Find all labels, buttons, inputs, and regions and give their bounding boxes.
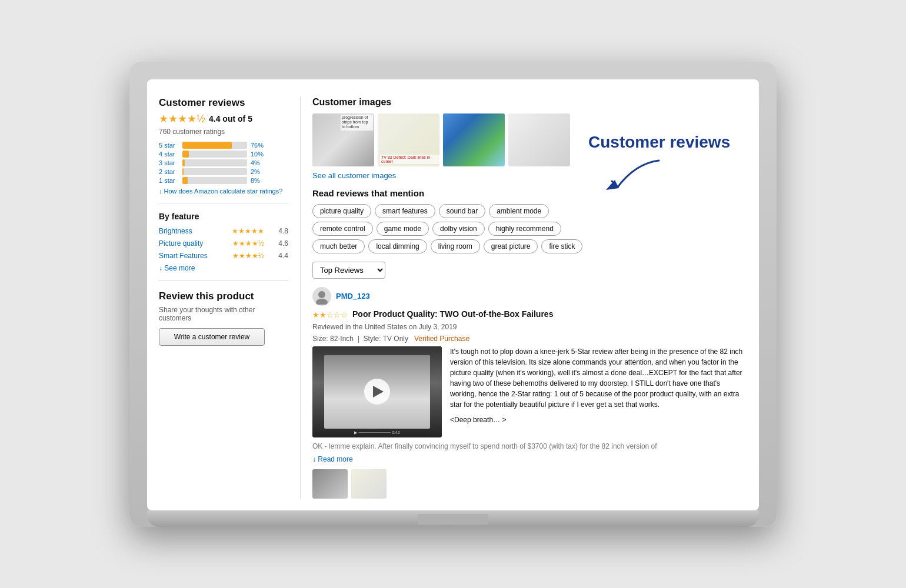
tags-row-3: much better local dimming living room gr… [312,239,747,253]
total-ratings: 760 customer ratings [159,128,288,136]
image-overlay-1: progression of strips from top to bottom [341,115,373,131]
review-deep-breath: <Deep breath… > [450,415,747,425]
feature-score-brightness: 4.8 [278,227,288,235]
feature-name-smart[interactable]: Smart Features [159,252,218,260]
feature-brightness: Brightness ★★★★★ 4.8 [159,227,288,235]
svg-point-1 [316,299,328,305]
bar-row-5: 5 star 76% [159,142,288,149]
feature-score-picture: 4.6 [278,239,288,248]
reviewer-row: PMD_123 [312,287,747,306]
customer-image-2[interactable]: TV 82 Defect: Dark lines in corner [378,113,439,166]
bar-fill-4 [182,151,189,158]
review-this-title: Review this product [159,290,288,302]
bar-pct-3[interactable]: 4% [251,159,260,166]
bar-track-1 [182,177,247,184]
sort-select[interactable]: Top Reviews Most Recent Top Critical [312,262,385,279]
laptop-frame: Customer reviews ★★★★½ 4.4 out of 5 760 … [129,62,777,527]
bar-fill-1 [182,177,188,184]
overall-rating: 4.4 out of 5 [209,114,252,123]
customer-images-title: Customer images [312,97,747,108]
right-panel: Customer images progression of strips fr… [300,97,747,499]
tag-picture-quality[interactable]: picture quality [312,204,371,218]
customer-image-3[interactable] [443,113,505,166]
bar-pct-2[interactable]: 2% [251,168,260,175]
bar-pct-4[interactable]: 10% [251,151,264,158]
review-thumb-1[interactable] [312,469,348,499]
review-size-style: Size: 82-Inch | Style: TV Only Verified … [312,335,747,343]
review-share-text: Share your thoughts with other customers [159,306,288,322]
feature-stars-smart: ★★★★½ [232,252,264,260]
reviewer-avatar [312,287,331,306]
bar-row-1: 1 star 8% [159,177,288,184]
reviewer-name[interactable]: PMD_123 [336,292,370,300]
review-body: It's tough not to plop down a knee-jerk … [450,346,747,410]
annotation-area: Customer reviews [588,132,735,202]
bar-track-5 [182,142,247,149]
customer-image-1[interactable]: progression of strips from top to bottom [312,113,374,166]
tag-sound-bar[interactable]: sound bar [439,204,485,218]
tags-row-2: remote control game mode dolby vision hi… [312,222,747,236]
feature-name-picture[interactable]: Picture quality [159,239,218,248]
tag-much-better[interactable]: much better [312,239,365,253]
bar-label-4[interactable]: 4 star [159,151,179,158]
review-bottom-images [312,469,747,499]
feature-stars-picture: ★★★★½ [232,239,264,248]
bar-pct-1[interactable]: 8% [251,177,260,184]
bar-label-3[interactable]: 3 star [159,159,179,166]
review-overflow-text: OK - lemme explain. After finally convin… [312,442,747,450]
image-overlay-2: TV 82 Defect: Dark lines in corner [380,155,439,164]
feature-score-smart: 4.4 [278,252,288,260]
review-text-area: It's tough not to plop down a knee-jerk … [450,346,747,437]
review-video-thumbnail[interactable]: ▶ ─────────── 0:42 [312,346,442,437]
bar-label-2[interactable]: 2 star [159,168,179,175]
tags-row-1: picture quality smart features sound bar… [312,204,747,218]
bar-fill-3 [182,159,185,166]
review-headline: Poor Product Quality: TWO Out-of-the-Box… [352,309,553,319]
tag-smart-features[interactable]: smart features [375,204,435,218]
bar-track-2 [182,168,247,175]
review-content-row: ▶ ─────────── 0:42 It's tough not to plo… [312,346,747,437]
feature-smart: Smart Features ★★★★½ 4.4 [159,252,288,260]
feature-name-brightness[interactable]: Brightness [159,227,218,235]
play-button[interactable] [364,379,390,405]
review-meta: Reviewed in the United States on July 3,… [312,323,747,331]
video-bottom-bar: ▶ ─────────── 0:42 [312,430,442,435]
how-calc-link[interactable]: ↓ How does Amazon calculate star ratings… [159,188,288,195]
tag-ambient-mode[interactable]: ambient mode [489,204,549,218]
tag-dolby-vision[interactable]: dolby vision [432,222,485,236]
bar-row-3: 3 star 4% [159,159,288,166]
tag-game-mode[interactable]: game mode [377,222,429,236]
tag-great-picture[interactable]: great picture [484,239,538,253]
bar-fill-2 [182,168,184,175]
tag-fire-stick[interactable]: fire stick [541,239,582,253]
bar-pct-5[interactable]: 76% [251,142,264,149]
verified-purchase: Verified Purchase [414,335,469,343]
customer-image-4[interactable] [508,113,570,166]
trackpad[interactable] [418,514,488,524]
svg-point-0 [318,291,325,298]
review-this-section: Review this product Share your thoughts … [159,290,288,346]
tag-remote-control[interactable]: remote control [312,222,373,236]
read-more-link[interactable]: ↓ Read more [312,455,747,463]
bar-track-4 [182,151,247,158]
see-more-features[interactable]: ↓ See more [159,264,288,272]
write-review-button[interactable]: Write a customer review [159,328,265,346]
feature-stars-brightness: ★★★★★ [232,227,264,235]
review-thumb-2[interactable] [351,469,387,499]
annotation-arrow [600,158,671,199]
play-triangle-icon [373,386,384,397]
bar-label-5[interactable]: 5 star [159,142,179,149]
tag-living-room[interactable]: living room [431,239,480,253]
sort-row: Top Reviews Most Recent Top Critical [312,262,747,279]
by-feature-title: By feature [159,212,288,221]
laptop-bottom [147,510,759,527]
bar-row-2: 2 star 2% [159,168,288,175]
bar-label-1[interactable]: 1 star [159,177,179,184]
review-size: 82-Inch [330,335,354,343]
bar-fill-5 [182,142,232,149]
overall-stars: ★★★★½ [159,112,205,125]
review-style: TV Only [383,335,408,343]
review-date: Reviewed in the United States on July 3,… [312,323,457,331]
tag-highly-recommend[interactable]: highly recommend [488,222,561,236]
tag-local-dimming[interactable]: local dimming [368,239,427,253]
